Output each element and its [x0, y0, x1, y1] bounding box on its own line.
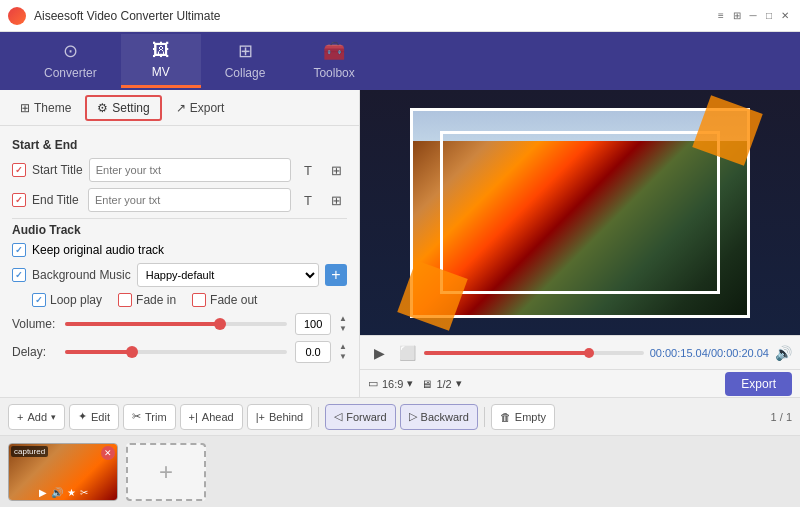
- volume-spinners: ▲ ▼: [339, 314, 347, 334]
- fade-in-checkbox[interactable]: [118, 293, 132, 307]
- minimize-button[interactable]: ─: [746, 9, 760, 23]
- end-title-input[interactable]: [88, 188, 291, 212]
- ahead-label: Ahead: [202, 411, 234, 423]
- menu-icon-2[interactable]: ⊞: [730, 9, 744, 23]
- volume-label: Volume:: [12, 317, 57, 331]
- keep-original-checkbox[interactable]: [12, 243, 26, 257]
- top-nav: ⊙ Converter 🖼 MV ⊞ Collage 🧰 Toolbox: [0, 32, 800, 90]
- tab-mv-label: MV: [152, 65, 170, 79]
- volume-up-button[interactable]: ▲: [339, 314, 347, 324]
- tab-converter[interactable]: ⊙ Converter: [20, 34, 121, 89]
- toolbar-separator-1: [318, 407, 319, 427]
- panel-row: ⊞ Theme ⚙ Setting ↗ Export Start & End: [0, 90, 800, 397]
- start-title-layout-icon[interactable]: ⊞: [325, 159, 347, 181]
- trim-label: Trim: [145, 411, 167, 423]
- fade-out-checkbox[interactable]: [192, 293, 206, 307]
- subtab-setting[interactable]: ⚙ Setting: [85, 95, 161, 121]
- delay-value: 0.0: [295, 341, 331, 363]
- subtab-theme[interactable]: ⊞ Theme: [10, 97, 81, 119]
- stop-button[interactable]: ⬜: [396, 342, 418, 364]
- left-panel: ⊞ Theme ⚙ Setting ↗ Export Start & End: [0, 90, 360, 397]
- preview-area: [360, 90, 800, 335]
- aspect-dropdown-icon: ▾: [407, 377, 413, 390]
- edit-label: Edit: [91, 411, 110, 423]
- start-title-font-icon[interactable]: T: [297, 159, 319, 181]
- content-wrapper: ⊞ Theme ⚙ Setting ↗ Export Start & End: [0, 90, 800, 507]
- delay-thumb[interactable]: [126, 346, 138, 358]
- subtab-theme-label: Theme: [34, 101, 71, 115]
- tab-collage[interactable]: ⊞ Collage: [201, 34, 290, 89]
- backward-button[interactable]: ▷ Backward: [400, 404, 478, 430]
- background-music-row: Background Music Happy-default Calm Ener…: [12, 263, 347, 287]
- start-title-checkbox[interactable]: [12, 163, 26, 177]
- delay-down-button[interactable]: ▼: [339, 352, 347, 362]
- page-count: 1 / 1: [771, 411, 792, 423]
- volume-icon[interactable]: 🔊: [775, 345, 792, 361]
- volume-down-button[interactable]: ▼: [339, 324, 347, 334]
- volume-thumb[interactable]: [214, 318, 226, 330]
- progress-fill: [424, 351, 589, 355]
- ahead-button[interactable]: +| Ahead: [180, 404, 243, 430]
- progress-thumb[interactable]: [584, 348, 594, 358]
- bg-music-select[interactable]: Happy-default Calm Energetic Romantic No…: [137, 263, 319, 287]
- end-title-layout-icon[interactable]: ⊞: [325, 189, 347, 211]
- loop-play-checkbox[interactable]: [32, 293, 46, 307]
- export-button[interactable]: Export: [725, 372, 792, 396]
- add-label: Add: [27, 411, 47, 423]
- backward-label: Backward: [421, 411, 469, 423]
- fade-out-label: Fade out: [192, 293, 257, 307]
- settings-content: Start & End Start Title T ⊞ End Title T …: [0, 126, 359, 397]
- audio-track-section-title: Audio Track: [12, 223, 347, 237]
- resolution-select[interactable]: 🖥 1/2 ▾: [421, 377, 461, 390]
- film-cut-icon: ✂: [80, 487, 88, 498]
- end-title-checkbox[interactable]: [12, 193, 26, 207]
- subtab-export[interactable]: ↗ Export: [166, 97, 235, 119]
- film-add-button[interactable]: +: [126, 443, 206, 501]
- converter-icon: ⊙: [63, 40, 78, 62]
- keep-original-row: Keep original audio track: [12, 243, 347, 257]
- time-total: 00:00:20.04: [711, 347, 769, 359]
- volume-slider[interactable]: [65, 322, 287, 326]
- film-close-button-1[interactable]: ✕: [101, 446, 115, 460]
- add-icon: +: [17, 411, 23, 423]
- aspect-ratio-select[interactable]: ▭ 16:9 ▾: [368, 377, 413, 390]
- behind-button[interactable]: |+ Behind: [247, 404, 313, 430]
- delay-slider[interactable]: [65, 350, 287, 354]
- delay-up-button[interactable]: ▲: [339, 342, 347, 352]
- tab-toolbox[interactable]: 🧰 Toolbox: [289, 34, 378, 89]
- resolution-icon: 🖥: [421, 378, 432, 390]
- start-end-section-title: Start & End: [12, 138, 347, 152]
- bg-music-checkbox[interactable]: [12, 268, 26, 282]
- add-button[interactable]: + Add ▾: [8, 404, 65, 430]
- keep-original-label: Keep original audio track: [32, 243, 164, 257]
- end-title-font-icon[interactable]: T: [297, 189, 319, 211]
- delay-fill: [65, 350, 132, 354]
- trim-button[interactable]: ✂ Trim: [123, 404, 176, 430]
- tab-mv[interactable]: 🖼 MV: [121, 34, 201, 88]
- menu-icon-1[interactable]: ≡: [714, 9, 728, 23]
- right-panel: ▶ ⬜ 00:00:15.04/00:00:20.04 🔊 ▭ 16:9 ▾: [360, 90, 800, 397]
- close-button[interactable]: ✕: [778, 9, 792, 23]
- add-music-button[interactable]: +: [325, 264, 347, 286]
- delay-row: Delay: 0.0 ▲ ▼: [12, 341, 347, 363]
- add-dropdown-icon: ▾: [51, 412, 56, 422]
- tab-toolbox-label: Toolbox: [313, 66, 354, 80]
- volume-value: 100: [295, 313, 331, 335]
- behind-label: Behind: [269, 411, 303, 423]
- maximize-button[interactable]: □: [762, 9, 776, 23]
- play-button[interactable]: ▶: [368, 342, 390, 364]
- end-title-row: End Title T ⊞: [12, 188, 347, 212]
- behind-icon: |+: [256, 411, 265, 423]
- volume-row: Volume: 100 ▲ ▼: [12, 313, 347, 335]
- edit-button[interactable]: ✦ Edit: [69, 404, 119, 430]
- film-item-1[interactable]: captured ✕ ▶ 🔊 ★ ✂: [8, 443, 118, 501]
- film-play-icon: ▶: [39, 487, 47, 498]
- empty-button[interactable]: 🗑 Empty: [491, 404, 555, 430]
- start-title-input[interactable]: [89, 158, 291, 182]
- trim-icon: ✂: [132, 410, 141, 423]
- forward-button[interactable]: ◁ Forward: [325, 404, 395, 430]
- divider-1: [12, 218, 347, 219]
- progress-bar[interactable]: [424, 351, 644, 355]
- delay-label: Delay:: [12, 345, 57, 359]
- bg-music-label: Background Music: [32, 268, 131, 282]
